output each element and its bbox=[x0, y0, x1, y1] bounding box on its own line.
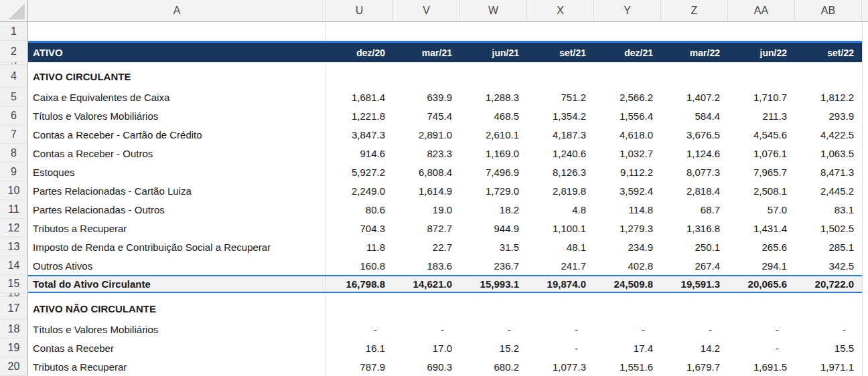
cell-Y17[interactable] bbox=[594, 297, 661, 320]
cell-AA1[interactable] bbox=[728, 22, 795, 41]
cell-AA17[interactable] bbox=[728, 297, 795, 320]
cell-A7[interactable]: Contas a Receber - Cartão de Crédito bbox=[28, 125, 326, 144]
cell-X7[interactable]: 4,187.3 bbox=[527, 125, 594, 144]
row-header-1[interactable]: 1 bbox=[0, 22, 28, 41]
cell-W7[interactable]: 2,610.1 bbox=[460, 125, 527, 144]
cell-W17[interactable] bbox=[460, 297, 527, 320]
cell-A12[interactable]: Tributos a Recuperar bbox=[28, 219, 326, 238]
cell-V2[interactable]: mar/21 bbox=[393, 43, 460, 62]
cell-Z14[interactable]: 267.4 bbox=[661, 256, 728, 275]
cell-W13[interactable]: 31.5 bbox=[460, 238, 527, 256]
cell-X1[interactable] bbox=[527, 22, 594, 41]
cell-W15[interactable]: 15,993.1 bbox=[460, 276, 527, 292]
cell-Z20[interactable]: 1,679.7 bbox=[661, 357, 728, 376]
row-header-15[interactable]: 15 bbox=[0, 275, 28, 293]
cell-X2[interactable]: set/21 bbox=[527, 43, 594, 62]
cell-AA11[interactable]: 57.0 bbox=[728, 200, 795, 219]
row-header-12[interactable]: 12 bbox=[0, 219, 28, 238]
column-header-W[interactable]: W bbox=[460, 0, 527, 21]
cell-W11[interactable]: 18.2 bbox=[460, 200, 527, 219]
column-header-V[interactable]: V bbox=[393, 0, 460, 21]
cell-AA20[interactable]: 1,691.5 bbox=[728, 357, 795, 376]
cell-Z8[interactable]: 1,124.6 bbox=[661, 144, 728, 163]
cell-Y19[interactable]: 17.4 bbox=[594, 339, 661, 357]
cell-Z18[interactable]: - bbox=[661, 320, 728, 339]
cell-Y9[interactable]: 9,112.2 bbox=[594, 163, 661, 181]
cell-A17[interactable]: ATIVO NÃO CIRCULANTE bbox=[28, 297, 326, 320]
cell-U5[interactable]: 1,681.4 bbox=[326, 88, 393, 106]
cell-U10[interactable]: 2,249.0 bbox=[326, 181, 393, 200]
cell-U8[interactable]: 914.6 bbox=[326, 144, 393, 163]
cell-Z11[interactable]: 68.7 bbox=[661, 200, 728, 219]
cell-W9[interactable]: 7,496.9 bbox=[460, 163, 527, 181]
cell-V1[interactable] bbox=[393, 22, 460, 41]
cell-X8[interactable]: 1,240.6 bbox=[527, 144, 594, 163]
cell-V15[interactable]: 14,621.0 bbox=[393, 276, 460, 292]
column-header-X[interactable]: X bbox=[527, 0, 594, 21]
row-header-5[interactable]: 5 bbox=[0, 88, 28, 106]
cell-X18[interactable]: - bbox=[527, 320, 594, 339]
cell-U6[interactable]: 1,221.8 bbox=[326, 106, 393, 125]
cell-Z9[interactable]: 8,077.3 bbox=[661, 163, 728, 181]
cell-AB7[interactable]: 4,422.5 bbox=[795, 125, 862, 144]
cell-V18[interactable]: - bbox=[393, 320, 460, 339]
cell-A10[interactable]: Partes Relacionadas - Cartão Luiza bbox=[28, 181, 326, 200]
cell-Z12[interactable]: 1,316.8 bbox=[661, 219, 728, 238]
cell-AB10[interactable]: 2,445.2 bbox=[795, 181, 862, 200]
cell-AA8[interactable]: 1,076.1 bbox=[728, 144, 795, 163]
cell-V8[interactable]: 823.3 bbox=[393, 144, 460, 163]
cell-U20[interactable]: 787.9 bbox=[326, 357, 393, 376]
cell-A4[interactable]: ATIVO CIRCULANTE bbox=[28, 65, 326, 88]
cell-AB17[interactable] bbox=[795, 297, 862, 320]
cell-AA9[interactable]: 7,965.7 bbox=[728, 163, 795, 181]
cell-X13[interactable]: 48.1 bbox=[527, 238, 594, 256]
cell-V5[interactable]: 639.9 bbox=[393, 88, 460, 106]
cell-Z17[interactable] bbox=[661, 297, 728, 320]
cell-A9[interactable]: Estoques bbox=[28, 163, 326, 181]
cell-U11[interactable]: 80.6 bbox=[326, 200, 393, 219]
cell-W19[interactable]: 15.2 bbox=[460, 339, 527, 357]
cell-X10[interactable]: 2,819.8 bbox=[527, 181, 594, 200]
cell-X14[interactable]: 241.7 bbox=[527, 256, 594, 275]
row-header-19[interactable]: 19 bbox=[0, 339, 28, 357]
cell-V17[interactable] bbox=[393, 297, 460, 320]
cell-V14[interactable]: 183.6 bbox=[393, 256, 460, 275]
cell-A6[interactable]: Títulos e Valores Mobiliários bbox=[28, 106, 326, 125]
cell-AA13[interactable]: 265.6 bbox=[728, 238, 795, 256]
cell-Y13[interactable]: 234.9 bbox=[594, 238, 661, 256]
cell-U2[interactable]: dez/20 bbox=[326, 43, 393, 62]
cell-X15[interactable]: 19,874.0 bbox=[527, 276, 594, 292]
cell-AA4[interactable] bbox=[728, 65, 795, 88]
cell-W18[interactable]: - bbox=[460, 320, 527, 339]
cell-Y14[interactable]: 402.8 bbox=[594, 256, 661, 275]
cell-AB18[interactable]: - bbox=[795, 320, 862, 339]
column-header-U[interactable]: U bbox=[326, 0, 393, 21]
cell-A13[interactable]: Imposto de Renda e Contribuição Social a… bbox=[28, 238, 326, 256]
cell-Y4[interactable] bbox=[594, 65, 661, 88]
column-header-Z[interactable]: Z bbox=[661, 0, 728, 21]
cell-AA19[interactable]: - bbox=[728, 339, 795, 357]
cell-Y20[interactable]: 1,551.6 bbox=[594, 357, 661, 376]
cell-U14[interactable]: 160.8 bbox=[326, 256, 393, 275]
cell-Y7[interactable]: 4,618.0 bbox=[594, 125, 661, 144]
cell-Z13[interactable]: 250.1 bbox=[661, 238, 728, 256]
cell-W12[interactable]: 944.9 bbox=[460, 219, 527, 238]
cell-Y1[interactable] bbox=[594, 22, 661, 41]
cell-AA2[interactable]: jun/22 bbox=[728, 43, 795, 62]
cell-X12[interactable]: 1,100.1 bbox=[527, 219, 594, 238]
cell-W10[interactable]: 1,729.0 bbox=[460, 181, 527, 200]
row-header-4[interactable]: 4 bbox=[0, 65, 28, 88]
row-header-14[interactable]: 14 bbox=[0, 256, 28, 275]
cell-A19[interactable]: Contas a Receber bbox=[28, 339, 326, 357]
cell-AB12[interactable]: 1,502.5 bbox=[795, 219, 862, 238]
cell-A14[interactable]: Outros Ativos bbox=[28, 256, 326, 275]
cell-U18[interactable]: - bbox=[326, 320, 393, 339]
cell-AB13[interactable]: 285.1 bbox=[795, 238, 862, 256]
cell-AA6[interactable]: 211.3 bbox=[728, 106, 795, 125]
cell-A1[interactable] bbox=[28, 22, 326, 41]
cell-Y11[interactable]: 114.8 bbox=[594, 200, 661, 219]
cell-Y10[interactable]: 3,592.4 bbox=[594, 181, 661, 200]
cell-Z1[interactable] bbox=[661, 22, 728, 41]
row-header-2[interactable]: 2 bbox=[0, 41, 28, 62]
cell-U12[interactable]: 704.3 bbox=[326, 219, 393, 238]
